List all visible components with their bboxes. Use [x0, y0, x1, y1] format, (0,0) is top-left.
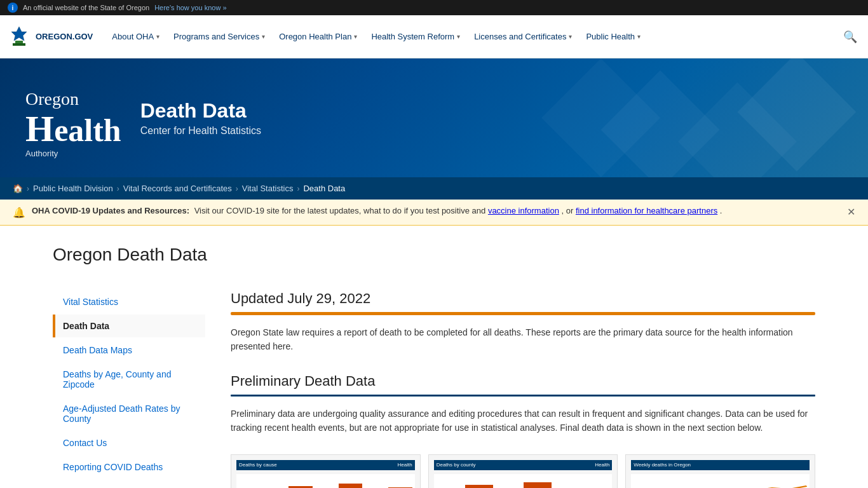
sidebar-item-vital-statistics[interactable]: Vital Statistics	[53, 290, 205, 313]
how-to-know-link[interactable]: Here's how you know »	[154, 4, 226, 11]
page-hero-title: Death Data	[140, 99, 261, 123]
nav-oregon-health-plan[interactable]: Oregon Health Plan ▾	[273, 27, 363, 46]
thumbnail-2[interactable]: Deaths by county Health Deaths by coun	[428, 454, 618, 488]
sidebar-link-deaths-by-age[interactable]: Deaths by Age, County and Zipcode	[55, 363, 205, 396]
sidebar-link-vital-statistics[interactable]: Vital Statistics	[55, 290, 205, 313]
nav-health-system-reform[interactable]: Health System Reform ▾	[365, 27, 466, 46]
breadcrumb-sep: ›	[117, 184, 119, 193]
page-hero-subtitle: Center for Health Statistics	[140, 125, 261, 137]
thumbnails-row: Deaths by cause Health	[231, 454, 815, 488]
sidebar-item-death-data[interactable]: Death Data	[53, 315, 205, 337]
sidebar-nav: Vital Statistics Death Data Death Data M…	[53, 290, 205, 478]
alert-banner: 🔔 OHA COVID-19 Updates and Resources: Vi…	[0, 200, 868, 226]
breadcrumb-sep: ›	[236, 184, 238, 193]
section2-text: Preliminary data are undergoing quality …	[231, 407, 815, 435]
home-icon: 🏠	[13, 184, 23, 193]
official-icon: i	[8, 3, 18, 13]
nav-items: About OHA ▾ Programs and Services ▾ Oreg…	[105, 27, 839, 46]
sidebar-link-age-adjusted[interactable]: Age-Adjusted Death Rates by County	[55, 397, 205, 430]
official-text: An official website of the State of Oreg…	[23, 4, 149, 11]
search-icon: 🔍	[843, 30, 857, 44]
section1-heading: Updated July 29, 2022	[231, 290, 815, 307]
breadcrumb-current: Death Data	[303, 184, 345, 193]
sidebar-link-death-data[interactable]: Death Data	[55, 315, 205, 337]
sidebar-link-death-data-maps[interactable]: Death Data Maps	[55, 339, 205, 362]
page-title: Oregon Death Data	[53, 245, 815, 271]
chevron-down-icon: ▾	[569, 33, 572, 40]
hero-org-sub: Authority	[25, 149, 121, 158]
nav-public-health[interactable]: Public Health ▾	[580, 27, 647, 46]
breadcrumb-sep: ›	[27, 184, 29, 193]
logo-text: OREGON.GOV	[36, 32, 93, 42]
orange-rule	[231, 312, 815, 315]
logo-area[interactable]: OREGON.GOV	[6, 24, 93, 50]
svg-marker-1	[11, 27, 27, 41]
nav-licenses-certificates[interactable]: Licenses and Certificates ▾	[468, 27, 578, 46]
blue-rule	[231, 395, 815, 396]
sidebar-item-age-adjusted[interactable]: Age-Adjusted Death Rates by County	[53, 397, 205, 430]
top-bar: i An official website of the State of Or…	[0, 0, 868, 15]
chevron-down-icon: ▾	[457, 33, 460, 40]
sidebar-item-reporting-covid[interactable]: Reporting COVID Deaths	[53, 456, 205, 478]
thumbnail-3[interactable]: Weekly deaths in Oregon	[625, 454, 815, 488]
sidebar-item-death-data-maps[interactable]: Death Data Maps	[53, 339, 205, 362]
two-column-layout: Vital Statistics Death Data Death Data M…	[53, 290, 815, 488]
sidebar-link-contact-us[interactable]: Contact Us	[55, 431, 205, 454]
breadcrumb-sep: ›	[297, 184, 299, 193]
article: Updated July 29, 2022 Oregon State law r…	[231, 290, 815, 488]
alert-vaccine-link[interactable]: vaccine information	[488, 206, 559, 215]
hero-title-area: Death Data Center for Health Statistics	[140, 99, 261, 137]
nav-about-oha[interactable]: About OHA ▾	[105, 27, 166, 46]
alert-label: OHA COVID-19 Updates and Resources:	[32, 206, 189, 215]
bell-icon: 🔔	[13, 207, 25, 219]
nav-programs-services[interactable]: Programs and Services ▾	[167, 27, 271, 46]
search-button[interactable]: 🔍	[839, 25, 862, 48]
alert-text-after: .	[720, 206, 722, 215]
oha-logo: Oregon Health Authority	[25, 78, 121, 158]
alert-close-button[interactable]: ✕	[847, 206, 855, 218]
chevron-down-icon: ▾	[156, 33, 159, 40]
sidebar: Vital Statistics Death Data Death Data M…	[53, 290, 205, 488]
thumbnail-1[interactable]: Deaths by cause Health	[231, 454, 421, 488]
chevron-down-icon: ▾	[354, 33, 357, 40]
section2-heading: Preliminary Death Data	[231, 373, 815, 390]
alert-text-middle: , or	[562, 206, 576, 215]
sidebar-item-contact-us[interactable]: Contact Us	[53, 431, 205, 454]
alert-healthcare-link[interactable]: find information for healthcare partners	[576, 206, 717, 215]
section1-text: Oregon State law requires a report of de…	[231, 325, 815, 354]
home-breadcrumb[interactable]: 🏠	[13, 184, 23, 193]
sidebar-link-reporting-covid[interactable]: Reporting COVID Deaths	[55, 456, 205, 478]
breadcrumb-vital-statistics[interactable]: Vital Statistics	[242, 184, 294, 193]
chevron-down-icon: ▾	[262, 33, 265, 40]
sidebar-item-deaths-by-age[interactable]: Deaths by Age, County and Zipcode	[53, 363, 205, 396]
breadcrumb-vital-records[interactable]: Vital Records and Certificates	[123, 184, 232, 193]
svg-rect-3	[13, 43, 25, 46]
alert-text-before: Visit our COVID-19 site for the latest u…	[194, 206, 488, 215]
breadcrumb-public-health[interactable]: Public Health Division	[33, 184, 113, 193]
main-nav: OREGON.GOV About OHA ▾ Programs and Serv…	[0, 15, 868, 58]
content-wrapper: Oregon Death Data Vital Statistics Death…	[34, 226, 834, 488]
alert-content: OHA COVID-19 Updates and Resources: Visi…	[32, 206, 722, 215]
oregon-logo-icon	[6, 24, 32, 50]
hero-banner: Oregon Health Authority Death Data Cente…	[0, 58, 868, 177]
chevron-down-icon: ▾	[637, 33, 641, 40]
breadcrumb: 🏠 › Public Health Division › Vital Recor…	[0, 177, 868, 200]
